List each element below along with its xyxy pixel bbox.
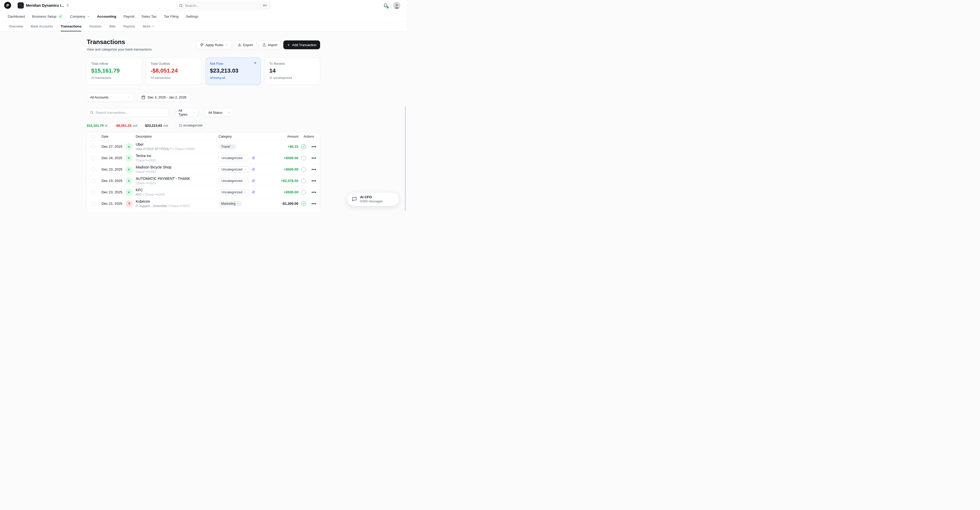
category-pill[interactable]: Marketing: [219, 201, 242, 207]
nav-dashboard[interactable]: Dashboard: [8, 14, 25, 18]
row-checkbox[interactable]: [91, 190, 95, 194]
user-avatar[interactable]: [393, 2, 400, 9]
export-button[interactable]: Export: [234, 40, 257, 49]
reviewed-check-icon[interactable]: [301, 201, 306, 206]
transaction-subtext: Chase •••3333: [136, 182, 216, 185]
chat-bubble-icon: [352, 197, 357, 202]
row-checkbox[interactable]: [91, 179, 95, 183]
row-checkbox[interactable]: [91, 202, 95, 206]
row-checkbox[interactable]: [91, 156, 95, 160]
row-checkbox[interactable]: [91, 145, 95, 149]
review-circle-icon[interactable]: [301, 167, 306, 172]
more-actions-button[interactable]: •••: [312, 167, 317, 172]
subnav-bank-accounts[interactable]: Bank Accounts: [30, 22, 53, 31]
nav-business-setup[interactable]: Business Setup: [32, 14, 63, 19]
subnav-transactions[interactable]: Transactions: [60, 22, 81, 31]
review-circle-icon[interactable]: [301, 190, 306, 194]
table-row: Dec 24, 2025Tectra IncChase •••3333Uncat…: [87, 152, 320, 164]
check-badge-icon: [58, 14, 63, 19]
category-pill[interactable]: Uncategorized: [219, 155, 249, 161]
nav-accounting[interactable]: Accounting: [97, 14, 116, 18]
transactions-search-input[interactable]: [95, 111, 165, 115]
dot-separator: •: [143, 193, 144, 196]
more-actions-button[interactable]: •••: [312, 190, 317, 194]
ai-cfo-widget[interactable]: AI CFO 0/300 messages: [347, 192, 399, 206]
more-actions-button[interactable]: •••: [312, 201, 317, 206]
transaction-category: Uncategorized: [219, 189, 262, 195]
stat-card-total-inflow[interactable]: Total Inflow $15,161.79 13 transactions: [87, 57, 142, 85]
global-search-input[interactable]: [185, 4, 259, 8]
arrow-down-left-icon: [127, 156, 131, 159]
table-row: Dec 23, 2025KFCKFC•Chase •••3333Uncatego…: [87, 186, 320, 198]
more-actions-button[interactable]: •••: [312, 178, 317, 183]
notifications-button[interactable]: [383, 3, 388, 8]
apply-rules-button[interactable]: Apply Rules: [196, 40, 232, 49]
ai-categorize-icon[interactable]: [251, 190, 255, 194]
filters-row-2: All Types All Status: [87, 108, 320, 117]
subnav-overview[interactable]: Overview: [9, 22, 23, 31]
status-select[interactable]: All Status: [205, 108, 234, 117]
subnav-more[interactable]: More: [143, 22, 154, 31]
app-logo[interactable]: P: [4, 2, 11, 9]
date-range-picker[interactable]: Dec 3, 2025 - Jan 2, 2026: [137, 93, 191, 102]
transaction-amount: +$500.00: [262, 190, 298, 194]
nav-payroll[interactable]: Payroll: [124, 14, 134, 18]
global-search[interactable]: ⌘K: [176, 2, 271, 10]
upload-icon: [262, 43, 266, 47]
transaction-memo: KFC: [136, 193, 142, 196]
category-pill[interactable]: Travel: [219, 144, 237, 150]
summary-net: $23,213.03 net: [145, 124, 168, 128]
stat-label: Total Outflow: [151, 62, 197, 65]
stat-card-to-review[interactable]: To Review 14 11 uncategorized: [265, 57, 320, 85]
types-select[interactable]: All Types: [175, 108, 198, 117]
review-circle-icon[interactable]: [301, 178, 306, 183]
reviewed-check-icon[interactable]: [301, 144, 306, 149]
arrow-up-right-icon: [127, 202, 131, 205]
more-actions-button[interactable]: •••: [312, 156, 317, 160]
transaction-name: Uber: [136, 142, 216, 147]
transaction-account: Chase •••3333: [136, 182, 156, 185]
nav-settings[interactable]: Settings: [186, 14, 198, 18]
review-circle-icon[interactable]: [301, 156, 306, 160]
search-icon: [179, 4, 183, 8]
ai-categorize-icon[interactable]: [251, 179, 255, 183]
chevron-down-icon: [228, 111, 231, 114]
col-date: Date: [102, 135, 125, 139]
page-scrollbar[interactable]: [405, 106, 406, 211]
summary-in: $15,161.79 in: [87, 124, 108, 128]
accounts-select[interactable]: All Accounts: [87, 93, 134, 102]
transactions-search[interactable]: [87, 108, 169, 117]
stat-card-net-flow[interactable]: Net Flow $23,213.03 Showing all: [206, 57, 261, 85]
transaction-account: Chase •••3333: [145, 193, 164, 196]
more-actions-button[interactable]: •••: [312, 144, 317, 149]
category-pill[interactable]: Uncategorized: [219, 189, 249, 195]
subnav-bills[interactable]: Bills: [109, 22, 116, 31]
nav-tax-filing[interactable]: Tax Filing: [164, 14, 178, 18]
select-all-checkbox[interactable]: [91, 134, 95, 139]
row-checkbox[interactable]: [91, 167, 95, 172]
category-pill[interactable]: Uncategorized: [219, 178, 249, 184]
ai-categorize-icon[interactable]: [251, 168, 255, 171]
arrow-down-left-icon: [127, 145, 131, 148]
subnav-invoices[interactable]: Invoices: [89, 22, 102, 31]
import-button[interactable]: Import: [259, 40, 281, 49]
category-pill[interactable]: Uncategorized: [219, 166, 249, 172]
ai-cfo-subtitle: 0/300 messages: [360, 199, 383, 203]
nav-company[interactable]: Company: [70, 14, 90, 18]
transaction-amount: +$500.00: [262, 156, 298, 160]
stat-card-total-outflow[interactable]: Total Outflow -$8,051.24 10 transactions: [146, 57, 201, 85]
subnav-reports[interactable]: Reports: [123, 22, 135, 31]
transaction-name: Amazon: [136, 211, 216, 211]
col-actions: Actions: [298, 135, 319, 139]
table-row: Dec 23, 2025AUTOMATIC PAYMENT - THANKCha…: [87, 175, 320, 186]
nav-sales-tax[interactable]: Sales Tax: [142, 14, 156, 18]
uncategorized-badge[interactable]: 11 uncategorized: [176, 122, 206, 129]
company-switcher[interactable]: Meridian Dynamics I...: [18, 2, 69, 8]
add-transaction-button[interactable]: Add Transaction: [283, 40, 320, 49]
transaction-category: Uncategorized: [219, 155, 262, 161]
arrow-down-left-icon: [127, 179, 131, 182]
stat-value: $15,161.79: [91, 67, 137, 74]
ai-categorize-icon[interactable]: [251, 156, 255, 160]
close-icon[interactable]: [253, 61, 257, 65]
chevron-down-icon: [244, 168, 246, 171]
